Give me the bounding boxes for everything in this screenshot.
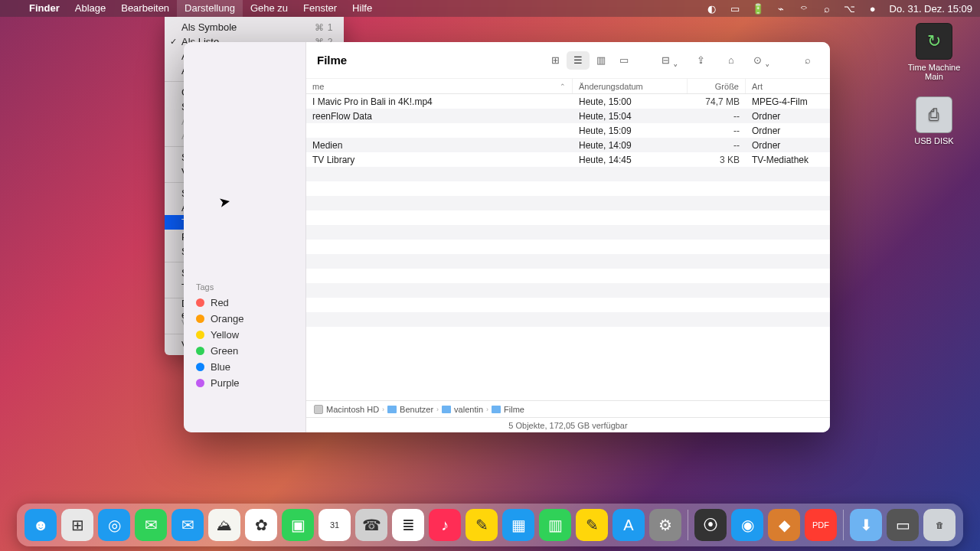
- tag-yellow[interactable]: Yellow: [184, 327, 305, 343]
- desktop-icon-time-machine-main[interactable]: ↻Time Machine Main: [903, 23, 965, 81]
- dock-facetime[interactable]: ▣: [282, 509, 314, 541]
- dock-app3[interactable]: ◆: [768, 509, 800, 541]
- app-menu[interactable]: Finder: [21, 0, 67, 17]
- col-name[interactable]: me: [312, 82, 324, 91]
- table-row: [306, 167, 830, 181]
- table-row[interactable]: I Mavic Pro in Bali in 4K!.mp4Heute, 15:…: [306, 94, 830, 109]
- window-title: Filme: [317, 54, 347, 67]
- dock-pdf[interactable]: PDF: [805, 509, 837, 541]
- table-row: [306, 210, 830, 225]
- dock-contacts[interactable]: ☎: [355, 509, 387, 541]
- dock-reminders[interactable]: ≣: [392, 509, 424, 541]
- dock-downloads[interactable]: ⬇: [850, 509, 882, 541]
- battery-icon[interactable]: 🔋: [752, 2, 764, 15]
- table-row: [306, 254, 830, 269]
- share-button[interactable]: ⇪: [689, 51, 712, 70]
- menubar: Finder AblageBearbeitenDarstellungGehe z…: [0, 0, 980, 17]
- group-button[interactable]: ⊟ ˬ: [658, 51, 681, 70]
- list-view-button[interactable]: ☰: [567, 51, 590, 70]
- menu-gehe zu[interactable]: Gehe zu: [243, 0, 296, 17]
- table-row: [306, 240, 830, 254]
- dock-appstore[interactable]: A: [612, 509, 645, 541]
- finder-window: Tags RedOrangeYellowGreenBluePurple Film…: [184, 42, 830, 432]
- table-row[interactable]: MedienHeute, 14:09--Ordner: [306, 138, 830, 152]
- table-row: [306, 196, 830, 210]
- dock-numbers[interactable]: ▥: [539, 509, 571, 541]
- path-segment[interactable]: Filme: [492, 405, 524, 414]
- dock-launchpad[interactable]: ⊞: [61, 509, 93, 541]
- dock-finder[interactable]: ☻: [24, 509, 57, 541]
- dock-settings[interactable]: ⚙: [649, 509, 681, 541]
- dock: ☻⊞◎✉✉⛰✿▣31☎≣♪✎▦▥✎A⚙⦿◉◆PDF⬇▭🗑: [17, 504, 963, 546]
- col-kind[interactable]: Art: [746, 79, 830, 93]
- dock-folder[interactable]: ▭: [887, 509, 919, 541]
- dock-screenflow[interactable]: ⦿: [694, 509, 727, 541]
- view-switcher[interactable]: ⊞ ☰ ▥ ▭: [544, 51, 635, 70]
- sidebar-tags-label: Tags: [184, 279, 305, 295]
- table-row: [306, 181, 830, 196]
- tag-red[interactable]: Red: [184, 295, 305, 311]
- table-row: [306, 269, 830, 283]
- spotlight-icon[interactable]: ⌕: [821, 2, 833, 15]
- table-row: [306, 298, 830, 312]
- tag-blue[interactable]: Blue: [184, 359, 305, 375]
- col-date[interactable]: Änderungsdatum: [573, 79, 688, 93]
- display-icon[interactable]: ▭: [729, 2, 741, 15]
- path-segment[interactable]: valentin: [442, 405, 483, 414]
- menu-fenster[interactable]: Fenster: [296, 0, 345, 17]
- tag-green[interactable]: Green: [184, 343, 305, 359]
- dock-notes[interactable]: ✎: [466, 509, 498, 541]
- dock-trash[interactable]: 🗑: [923, 509, 956, 541]
- gallery-view-button[interactable]: ▭: [612, 51, 635, 70]
- dock-mail[interactable]: ✉: [172, 509, 204, 541]
- user-icon[interactable]: ●: [867, 2, 879, 15]
- path-segment[interactable]: Benutzer: [387, 405, 433, 414]
- apple-menu[interactable]: [8, 0, 21, 17]
- menu-bearbeiten[interactable]: Bearbeiten: [113, 0, 177, 17]
- menu-darstellung[interactable]: Darstellung: [177, 0, 243, 17]
- dock-maps[interactable]: ⛰: [208, 509, 240, 541]
- table-row: [306, 327, 830, 341]
- dnd-icon[interactable]: ◐: [706, 2, 718, 15]
- table-row: [306, 312, 830, 327]
- search-button[interactable]: ⌕: [796, 51, 819, 70]
- finder-toolbar: Filme ⊞ ☰ ▥ ▭ ⊟ ˬ ⇪ ⌂ ⊙ ˬ ⌕: [306, 42, 830, 79]
- table-row: [306, 283, 830, 298]
- dock-music[interactable]: ♪: [429, 509, 461, 541]
- column-view-button[interactable]: ▥: [590, 51, 612, 70]
- menu-hilfe[interactable]: Hilfe: [345, 0, 380, 17]
- dock-preview[interactable]: ✎: [576, 509, 608, 541]
- column-headers[interactable]: me⌃ Änderungsdatum Größe Art: [306, 79, 830, 94]
- table-row[interactable]: TV LibraryHeute, 14:453 KBTV-Mediathek: [306, 152, 830, 167]
- path-segment[interactable]: Macintosh HD: [314, 405, 379, 414]
- dock-messages[interactable]: ✉: [135, 509, 167, 541]
- icon-view-button[interactable]: ⊞: [544, 51, 567, 70]
- bluetooth-icon[interactable]: ⌁: [775, 2, 787, 15]
- table-row[interactable]: Heute, 15:09--Ordner: [306, 123, 830, 138]
- col-size[interactable]: Größe: [688, 79, 746, 93]
- control-center-icon[interactable]: ⌥: [844, 2, 856, 15]
- dock-app2[interactable]: ◉: [731, 509, 763, 541]
- tag-orange[interactable]: Orange: [184, 311, 305, 327]
- menuitem-als-symbole[interactable]: Als Symbole⌘ 1: [165, 20, 344, 34]
- table-row[interactable]: reenFlow DataHeute, 15:04--Ordner: [306, 109, 830, 123]
- status-bar: 5 Objekte, 172,05 GB verfügbar: [306, 417, 830, 432]
- finder-sidebar: Tags RedOrangeYellowGreenBluePurple: [184, 42, 306, 432]
- tags-button[interactable]: ⌂: [720, 51, 743, 70]
- dock-photos[interactable]: ✿: [245, 509, 277, 541]
- desktop-icon-usb-disk[interactable]: ⎙USB DISK: [914, 96, 953, 145]
- dock-keynote[interactable]: ▦: [502, 509, 534, 541]
- dock-calendar[interactable]: 31: [318, 509, 351, 541]
- wifi-icon[interactable]: ⌔: [798, 2, 810, 15]
- file-list: I Mavic Pro in Bali in 4K!.mp4Heute, 15:…: [306, 94, 830, 400]
- menu-ablage[interactable]: Ablage: [67, 0, 113, 17]
- table-row: [306, 225, 830, 240]
- dock-safari[interactable]: ◎: [98, 509, 130, 541]
- menubar-clock[interactable]: Do. 31. Dez. 15:09: [890, 3, 972, 15]
- sort-arrow-icon: ⌃: [560, 83, 566, 90]
- action-button[interactable]: ⊙ ˬ: [750, 51, 773, 70]
- path-bar[interactable]: Macintosh HD›Benutzer›valentin›Filme: [306, 400, 830, 417]
- tag-purple[interactable]: Purple: [184, 375, 305, 391]
